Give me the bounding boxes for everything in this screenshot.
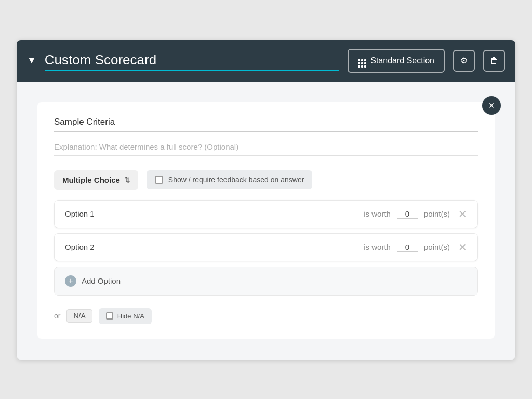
delete-button[interactable]: 🗑 [483,50,505,72]
feedback-checkbox-button[interactable]: Show / require feedback based on answer [147,170,313,189]
scorecard-title-input[interactable] [45,50,339,71]
na-row: or N/A Hide N/A [54,306,478,326]
hide-na-button[interactable]: Hide N/A [99,308,152,324]
option-2-points-input[interactable] [397,243,418,252]
scorecard-container: ▼ Standard Section ⚙ 🗑 × [17,40,515,360]
main-content: × Multiple Choice ⇅ Show / require feedb… [37,102,495,339]
option-row: is worth point(s) ✕ [54,233,478,261]
feedback-label: Show / require feedback based on answer [168,176,304,184]
grid-icon [358,54,366,68]
controls-row: Multiple Choice ⇅ Show / require feedbac… [54,170,478,190]
add-option-row[interactable]: + Add Option [54,267,478,296]
settings-button[interactable]: ⚙ [453,50,475,72]
standard-section-label: Standard Section [370,56,434,65]
is-worth-label-2: is worth [364,243,391,251]
criteria-input[interactable] [54,115,478,132]
multiple-choice-button[interactable]: Multiple Choice ⇅ [54,170,138,190]
feedback-checkbox [155,176,163,184]
close-icon: × [489,101,495,110]
option-1-input[interactable] [65,209,364,218]
remove-icon-2: ✕ [458,242,467,253]
hide-na-label: Hide N/A [117,312,144,320]
points-label-2: point(s) [424,243,450,251]
points-label-1: point(s) [424,209,450,218]
header: ▼ Standard Section ⚙ 🗑 [17,40,515,82]
or-label: or [54,312,60,320]
multiple-choice-label: Multiple Choice [62,176,120,184]
add-circle-icon: + [65,275,76,287]
remove-icon-1: ✕ [458,208,467,220]
option-1-points-input[interactable] [397,209,418,219]
gear-icon: ⚙ [460,56,468,65]
standard-section-button[interactable]: Standard Section [348,49,445,73]
remove-option-2-button[interactable]: ✕ [458,242,467,252]
trash-icon: 🗑 [490,56,498,65]
close-button[interactable]: × [482,96,501,115]
collapse-chevron[interactable]: ▼ [27,55,36,66]
option-row: is worth point(s) ✕ [54,200,478,228]
explanation-input[interactable] [54,140,478,156]
option-2-input[interactable] [65,243,364,251]
hide-na-checkbox [106,312,113,320]
is-worth-label-1: is worth [364,209,391,218]
na-badge: N/A [66,309,92,323]
add-option-label: Add Option [82,276,121,285]
sort-arrows-icon: ⇅ [124,176,130,184]
remove-option-1-button[interactable]: ✕ [458,209,467,219]
